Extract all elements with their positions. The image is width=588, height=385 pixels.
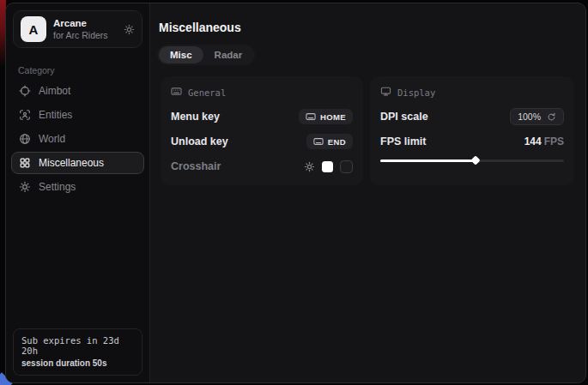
dpi-scale-control[interactable]: 100% bbox=[510, 108, 564, 125]
sidebar-item-aimbot[interactable]: Aimbot bbox=[11, 80, 144, 102]
unload-key-row: Unload key END bbox=[171, 133, 353, 150]
fps-limit-value: 144FPS bbox=[524, 135, 564, 147]
unload-key-label: Unload key bbox=[171, 135, 228, 147]
profile-gear-icon[interactable] bbox=[124, 24, 135, 35]
unload-key-button[interactable]: END bbox=[306, 134, 353, 149]
dpi-scale-row: DPI scale 100% bbox=[380, 108, 564, 125]
refresh-icon[interactable] bbox=[547, 112, 556, 122]
dpi-scale-label: DPI scale bbox=[380, 111, 428, 123]
sidebar-item-label: Miscellaneous bbox=[39, 157, 104, 169]
gear-icon bbox=[19, 181, 31, 193]
crosshair-checkbox[interactable] bbox=[340, 160, 353, 173]
profile-name: Arcane bbox=[53, 17, 117, 29]
monitor-icon bbox=[380, 85, 391, 100]
fps-limit-label: FPS limit bbox=[380, 135, 426, 147]
keyboard-icon bbox=[171, 85, 182, 100]
keyboard-icon bbox=[313, 136, 324, 147]
dpi-scale-value: 100% bbox=[518, 111, 541, 122]
profile-card[interactable]: A Arcane for Arc Riders bbox=[13, 10, 142, 48]
sub-expires-text: Sub expires in 23d 20h bbox=[21, 335, 134, 356]
sidebar-item-label: Aimbot bbox=[39, 85, 70, 97]
crosshair-row: Crosshair bbox=[171, 158, 353, 175]
tab-bar: Misc Radar bbox=[157, 45, 255, 65]
sidebar-item-label: Settings bbox=[39, 181, 76, 193]
grid-icon bbox=[19, 157, 31, 169]
tab-misc[interactable]: Misc bbox=[159, 46, 203, 63]
avatar: A bbox=[21, 16, 46, 42]
general-card-title: General bbox=[188, 87, 226, 98]
menu-key-label: Menu key bbox=[171, 111, 220, 123]
sidebar-nav: Aimbot Entities World Miscellaneous bbox=[6, 79, 149, 199]
crosshair-controls bbox=[304, 160, 353, 173]
crosshair-settings-gear-icon[interactable] bbox=[304, 161, 315, 172]
main-panel: Miscellaneous Misc Radar General Menu ke… bbox=[150, 3, 585, 382]
crosshair-label: Crosshair bbox=[171, 160, 221, 172]
crosshair-color-swatch[interactable] bbox=[322, 161, 333, 172]
sidebar-item-miscellaneous[interactable]: Miscellaneous bbox=[11, 152, 144, 174]
general-card-header: General bbox=[171, 85, 353, 100]
app-window: A Arcane for Arc Riders Category Aimbot bbox=[5, 3, 586, 383]
subscription-status-box: Sub expires in 23d 20h session duration … bbox=[13, 328, 142, 376]
general-card: General Menu key HOME Unload key bbox=[161, 76, 363, 185]
sidebar-item-label: World bbox=[39, 133, 65, 145]
display-card: Display DPI scale 100% FPS limit 144FPS bbox=[370, 76, 574, 185]
profile-subtitle: for Arc Riders bbox=[53, 30, 117, 41]
profile-text: Arcane for Arc Riders bbox=[53, 17, 117, 41]
menu-key-row: Menu key HOME bbox=[171, 108, 353, 125]
menu-key-button[interactable]: HOME bbox=[299, 109, 353, 124]
display-card-title: Display bbox=[397, 87, 435, 98]
globe-icon bbox=[19, 133, 31, 145]
tab-radar[interactable]: Radar bbox=[203, 46, 254, 63]
keyboard-icon bbox=[306, 111, 316, 122]
sidebar-item-settings[interactable]: Settings bbox=[11, 176, 144, 198]
entity-scan-icon bbox=[19, 109, 31, 121]
category-label: Category bbox=[18, 65, 149, 75]
fps-limit-row: FPS limit 144FPS bbox=[380, 133, 564, 150]
unload-key-value: END bbox=[328, 137, 346, 147]
fps-slider-fill bbox=[380, 159, 476, 162]
cards-row: General Menu key HOME Unload key bbox=[161, 76, 579, 185]
sidebar: A Arcane for Arc Riders Category Aimbot bbox=[6, 3, 150, 382]
sidebar-item-entities[interactable]: Entities bbox=[11, 104, 144, 126]
session-duration-text: session duration 50s bbox=[21, 358, 134, 368]
fps-slider-thumb[interactable] bbox=[471, 155, 481, 165]
crosshair-icon bbox=[19, 85, 31, 97]
sidebar-item-label: Entities bbox=[39, 109, 72, 121]
menu-key-value: HOME bbox=[320, 112, 346, 122]
display-card-header: Display bbox=[380, 85, 564, 100]
page-title: Miscellaneous bbox=[159, 21, 579, 34]
fps-slider[interactable] bbox=[380, 156, 564, 165]
sidebar-item-world[interactable]: World bbox=[11, 128, 144, 150]
